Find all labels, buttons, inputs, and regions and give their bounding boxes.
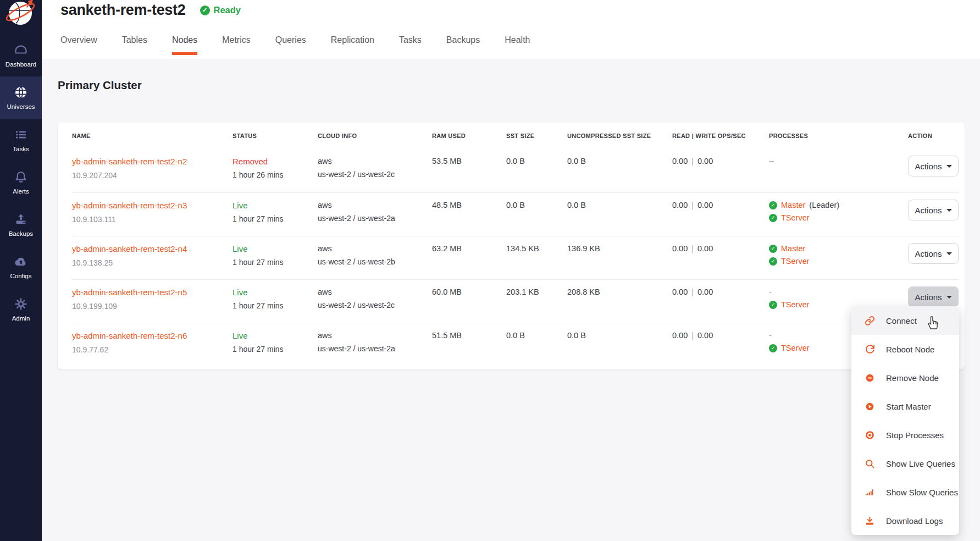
column-header: PROCESSES	[769, 133, 908, 139]
check-circle-icon: ✓	[769, 214, 777, 222]
actions-button-label: Actions	[915, 292, 942, 302]
read-ops: 0.00	[672, 244, 688, 253]
sst-size: 0.0 B	[506, 157, 567, 192]
check-circle-icon: ✓	[769, 201, 777, 209]
node-uptime: 1 hour 26 mins	[232, 170, 318, 179]
menu-item-reboot-node[interactable]: Reboot Node	[851, 335, 959, 363]
node-name-link[interactable]: yb-admin-sanketh-rem-test2-n5	[72, 288, 187, 297]
check-circle-icon: ✓	[769, 245, 777, 253]
read-ops: 0.00	[672, 157, 688, 165]
menu-item-label: Show Slow Queries	[886, 488, 958, 497]
process-line: --	[769, 157, 908, 165]
write-ops: 0.00	[697, 201, 713, 209]
table-body: yb-admin-sanketh-rem-test2-n2 10.9.207.2…	[72, 149, 959, 366]
table-row: yb-admin-sanketh-rem-test2-n3 10.9.103.1…	[72, 192, 959, 236]
sidebar-item-universes[interactable]: Universes	[0, 76, 42, 119]
download-icon	[864, 516, 875, 526]
yugabyte-logo[interactable]	[0, 0, 42, 34]
tab-overview[interactable]: Overview	[60, 35, 97, 52]
menu-item-label: Stop Processes	[886, 430, 944, 440]
tab-tasks[interactable]: Tasks	[399, 35, 422, 52]
ops-divider: |	[691, 244, 694, 253]
sidebar-item-label: Configs	[10, 273, 32, 279]
actions-button-label: Actions	[915, 162, 942, 171]
uncompressed-sst-size: 0.0 B	[567, 157, 672, 192]
read-ops: 0.00	[672, 201, 688, 209]
actions-button[interactable]: Actions	[908, 286, 959, 307]
sidebar-item-configs[interactable]: Configs	[0, 246, 42, 288]
cloud-region: us-west-2 / us-west-2b	[318, 257, 432, 266]
actions-button-label: Actions	[915, 249, 942, 258]
table-row: yb-admin-sanketh-rem-test2-n2 10.9.207.2…	[72, 149, 959, 192]
cloud-provider: aws	[318, 244, 432, 253]
read-ops: 0.00	[672, 331, 688, 340]
menu-item-stop-processes[interactable]: Stop Processes	[851, 421, 959, 449]
status-badge: ✓ Ready	[200, 5, 241, 15]
node-name-link[interactable]: yb-admin-sanketh-rem-test2-n4	[72, 244, 187, 253]
cloud-provider: aws	[318, 331, 432, 340]
table-row: yb-admin-sanketh-rem-test2-n4 10.9.138.2…	[72, 236, 959, 279]
backup-upload-icon	[14, 212, 28, 227]
write-ops: 0.00	[697, 331, 713, 340]
node-name-link[interactable]: yb-admin-sanketh-rem-test2-n6	[72, 331, 187, 340]
tab-backups[interactable]: Backups	[446, 35, 480, 52]
tab-metrics[interactable]: Metrics	[222, 35, 251, 52]
tab-replication[interactable]: Replication	[331, 35, 374, 52]
sidebar-item-label: Admin	[12, 315, 30, 322]
actions-button[interactable]: Actions	[908, 243, 959, 264]
remove-circle-icon	[864, 373, 875, 383]
process-label: --	[769, 157, 774, 165]
node-ip: 10.9.103.111	[72, 215, 232, 224]
node-status: Live	[232, 331, 318, 340]
menu-item-remove-node[interactable]: Remove Node	[851, 363, 959, 392]
cloud-provider: aws	[318, 288, 432, 296]
ops-divider: |	[691, 157, 694, 165]
column-header: SST SIZE	[506, 133, 567, 139]
mouse-cursor	[927, 314, 940, 330]
column-header: STATUS	[232, 133, 318, 139]
sidebar: Dashboard Universes Tasks Alerts	[0, 0, 42, 541]
sidebar-item-admin[interactable]: Admin	[0, 288, 42, 330]
menu-item-show-slow-queries[interactable]: Show Slow Queries	[851, 478, 959, 506]
node-actions-menu: Connect Reboot Node Remove Node Start Ma…	[851, 306, 959, 535]
node-name-link[interactable]: yb-admin-sanketh-rem-test2-n2	[72, 157, 187, 166]
sst-size: 203.1 KB	[506, 288, 567, 323]
ram-used: 63.2 MB	[432, 244, 506, 279]
tab-tables[interactable]: Tables	[122, 35, 147, 52]
actions-button[interactable]: Actions	[908, 156, 959, 176]
menu-item-show-live-queries[interactable]: Show Live Queries	[851, 449, 959, 478]
sidebar-item-label: Backups	[9, 230, 33, 237]
dashboard-gauge-icon	[14, 43, 28, 57]
caret-down-icon	[946, 209, 952, 212]
process-suffix: (Leader)	[809, 201, 839, 209]
read-write-ops: 0.00|0.00	[672, 157, 769, 192]
node-name-link[interactable]: yb-admin-sanketh-rem-test2-n3	[72, 201, 187, 210]
node-ip: 10.9.199.109	[72, 302, 232, 311]
tab-nodes[interactable]: Nodes	[172, 35, 197, 55]
node-ip: 10.9.138.25	[72, 258, 232, 267]
menu-item-label: Download Logs	[886, 516, 943, 526]
caret-down-icon	[946, 296, 952, 299]
process-label: Master	[781, 244, 805, 253]
node-ip: 10.9.77.62	[72, 345, 232, 354]
tab-queries[interactable]: Queries	[275, 35, 306, 52]
menu-item-download-logs[interactable]: Download Logs	[851, 506, 959, 535]
gear-icon	[14, 297, 28, 311]
node-uptime: 1 hour 27 mins	[232, 258, 318, 267]
sidebar-item-tasks[interactable]: Tasks	[0, 119, 42, 161]
sidebar-item-backups[interactable]: Backups	[0, 203, 42, 246]
processes-cell: ✓Master(Leader)✓TServer	[769, 201, 908, 236]
sidebar-item-alerts[interactable]: Alerts	[0, 161, 42, 203]
menu-item-connect[interactable]: Connect	[851, 306, 959, 335]
sidebar-item-dashboard[interactable]: Dashboard	[0, 34, 42, 76]
link-icon	[864, 316, 875, 326]
planet-rocket-icon	[4, 0, 38, 32]
actions-button[interactable]: Actions	[908, 200, 959, 220]
page-title: sanketh-rem-test2	[60, 2, 186, 19]
node-uptime: 1 hour 27 mins	[232, 301, 318, 310]
menu-item-start-master[interactable]: Start Master	[851, 392, 959, 421]
reboot-icon	[864, 344, 875, 355]
tab-health[interactable]: Health	[505, 35, 530, 52]
process-line: -	[769, 288, 908, 296]
nodes-table-card: NAMESTATUSCLOUD INFORAM USEDSST SIZEUNCO…	[58, 123, 965, 369]
